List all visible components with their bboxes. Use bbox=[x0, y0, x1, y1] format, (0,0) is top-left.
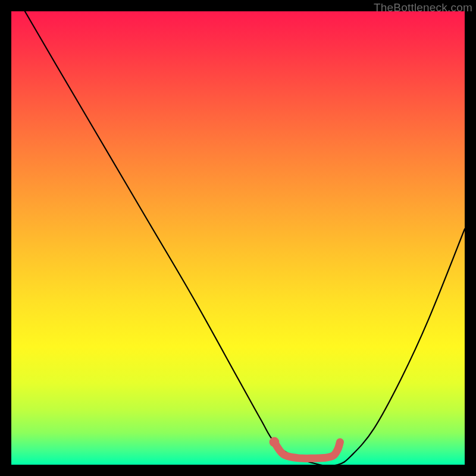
bottleneck-curve bbox=[25, 11, 465, 466]
watermark-text: TheBottleneck.com bbox=[374, 1, 472, 14]
optimal-start-dot bbox=[270, 437, 280, 447]
optimal-range-marker bbox=[274, 442, 340, 459]
chart-svg-layer bbox=[11, 11, 465, 465]
chart-plot-area bbox=[11, 11, 465, 465]
